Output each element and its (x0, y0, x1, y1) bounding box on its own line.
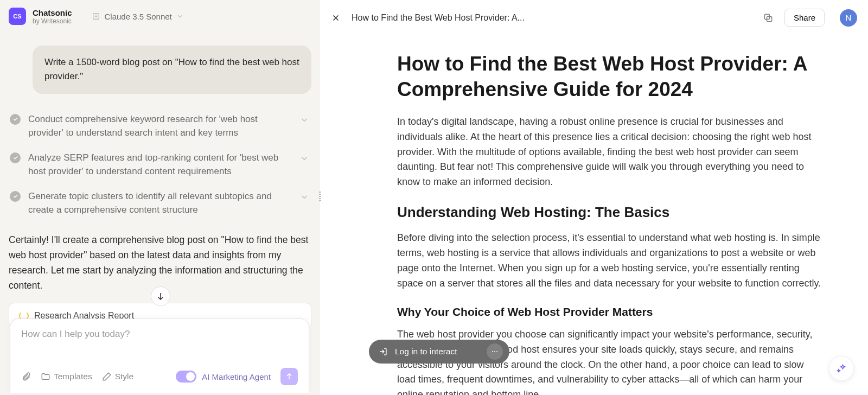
preview-header: How to Find the Best Web Host Provider: … (320, 0, 868, 36)
brand-name: Chatsonic (33, 8, 72, 17)
chevron-down-icon[interactable] (299, 154, 309, 163)
svg-point-5 (496, 351, 497, 352)
task-item[interactable]: Generate topic clusters to identify all … (9, 184, 311, 222)
login-prompt[interactable]: Log in to interact (369, 340, 509, 364)
prompt-input[interactable]: How can I help you today? (21, 329, 298, 361)
task-text: Conduct comprehensive keyword research f… (28, 112, 292, 140)
check-icon (10, 152, 21, 163)
templates-button[interactable]: Templates (41, 372, 92, 381)
model-selector[interactable]: Claude 3.5 Sonnet (92, 12, 184, 21)
composer-toolbar: Templates Style AI Marketing Agent (21, 368, 298, 385)
task-item[interactable]: Analyze SERP features and top-ranking co… (9, 145, 311, 184)
chat-panel: CS Chatsonic by Writesonic Claude 3.5 So… (0, 0, 320, 395)
close-icon[interactable] (331, 13, 341, 23)
copy-icon[interactable] (763, 12, 774, 23)
chevron-down-icon (176, 12, 184, 20)
agent-toggle[interactable] (176, 371, 196, 383)
share-button[interactable]: Share (784, 9, 825, 27)
doc-heading-3: Why Your Choice of Web Host Provider Mat… (397, 305, 825, 318)
doc-paragraph: Before diving into the selection process… (397, 231, 825, 291)
doc-heading-1: How to Find the Best Web Host Provider: … (397, 51, 825, 103)
arrow-up-icon (285, 372, 293, 381)
brand-block: Chatsonic by Writesonic (33, 8, 72, 25)
magic-fab[interactable] (829, 356, 854, 381)
style-label: Style (115, 372, 133, 381)
brand-logo: CS (9, 8, 26, 25)
pen-icon (102, 372, 112, 381)
agent-toggle-wrap: AI Marketing Agent (176, 371, 271, 383)
more-icon (491, 348, 499, 355)
paperclip-icon (21, 372, 31, 381)
check-icon (10, 114, 21, 125)
send-button[interactable] (280, 368, 298, 385)
doc-paragraph: In today's digital landscape, having a r… (397, 114, 825, 190)
user-message: Write a 1500-word blog post on "How to f… (33, 46, 311, 94)
task-item[interactable]: Conduct comprehensive keyword research f… (9, 107, 311, 145)
folder-icon (41, 372, 50, 381)
task-text: Generate topic clusters to identify all … (28, 189, 292, 217)
preview-title: How to Find the Best Web Host Provider: … (352, 13, 525, 23)
sparkle-icon (92, 12, 100, 21)
svg-point-3 (492, 351, 493, 352)
templates-label: Templates (54, 372, 92, 381)
user-avatar[interactable]: N (840, 9, 857, 27)
check-icon (10, 191, 21, 202)
task-text: Analyze SERP features and top-ranking co… (28, 151, 292, 179)
wand-icon (836, 363, 847, 374)
left-header: CS Chatsonic by Writesonic Claude 3.5 So… (0, 0, 320, 33)
login-text: Log in to interact (395, 347, 457, 356)
chevron-down-icon[interactable] (299, 115, 309, 125)
doc-heading-2: Understanding Web Hosting: The Basics (397, 204, 825, 221)
login-icon (379, 347, 387, 356)
scroll-down-button[interactable] (151, 286, 170, 306)
composer: How can I help you today? Templates Styl… (10, 318, 309, 393)
agent-toggle-label: AI Marketing Agent (202, 372, 271, 381)
more-button[interactable] (487, 343, 503, 360)
model-label: Claude 3.5 Sonnet (105, 12, 172, 21)
svg-point-4 (494, 351, 495, 352)
chevron-down-icon[interactable] (299, 192, 309, 202)
attach-button[interactable] (21, 372, 31, 381)
arrow-down-icon (156, 291, 165, 301)
preview-panel: How to Find the Best Web Host Provider: … (320, 0, 868, 395)
style-button[interactable]: Style (102, 372, 133, 381)
brand-subtitle: by Writesonic (33, 17, 72, 25)
